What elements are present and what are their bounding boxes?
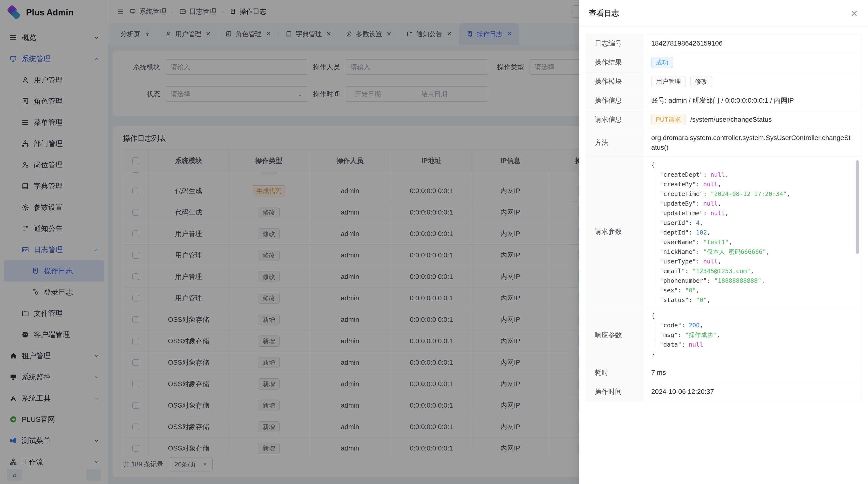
- detail-label: 操作结果: [586, 53, 643, 72]
- view-log-drawer: 查看日志 ✕ 日志编号1842781986426159106操作结果成功操作模块…: [579, 0, 868, 484]
- detail-value: PUT请求/system/user/changeStatus: [643, 110, 861, 129]
- detail-row: 操作时间2024-10-06 12:20:37: [586, 382, 861, 401]
- detail-row: 请求信息PUT请求/system/user/changeStatus: [586, 110, 861, 129]
- drawer-mask[interactable]: [0, 0, 580, 484]
- detail-value: 用户管理修改: [643, 72, 861, 91]
- detail-label: 操作模块: [586, 72, 643, 91]
- detail-label: 请求参数: [586, 156, 643, 307]
- detail-label: 方法: [586, 129, 643, 156]
- detail-value: 账号: admin / 研发部门 / 0:0:0:0:0:0:0:1 / 内网I…: [643, 91, 861, 110]
- detail-row: 日志编号1842781986426159106: [586, 34, 861, 53]
- json-code: {"createDept": null,"createBy": null,"cr…: [651, 160, 853, 303]
- detail-row: 响应参数{"code": 200,"msg": "操作成功","data": n…: [586, 307, 861, 363]
- log-detail-table: 日志编号1842781986426159106操作结果成功操作模块用户管理修改操…: [586, 34, 861, 401]
- detail-row: 方法org.dromara.system.controller.system.S…: [586, 129, 861, 156]
- close-icon[interactable]: ✕: [850, 9, 858, 19]
- module-tag: 用户管理: [651, 76, 685, 87]
- drawer-header: 查看日志: [579, 0, 868, 27]
- detail-label: 操作时间: [586, 382, 643, 401]
- result-tag: 成功: [651, 57, 673, 68]
- detail-value: 2024-10-06 12:20:37: [643, 382, 861, 401]
- detail-row: 耗时7 ms: [586, 363, 861, 382]
- json-scroll-area[interactable]: {"createDept": null,"createBy": null,"cr…: [651, 160, 853, 303]
- scrollbar-thumb[interactable]: [856, 160, 859, 254]
- drawer-title: 查看日志: [589, 8, 619, 18]
- request-method-tag: PUT请求: [651, 114, 685, 125]
- detail-value: 7 ms: [643, 363, 861, 382]
- detail-row: 操作模块用户管理修改: [586, 72, 861, 91]
- detail-value: 1842781986426159106: [643, 34, 861, 53]
- detail-value: {"createDept": null,"createBy": null,"cr…: [643, 156, 861, 307]
- detail-label: 请求信息: [586, 110, 643, 129]
- detail-value: org.dromara.system.controller.system.Sys…: [643, 129, 861, 156]
- json-code: {"code": 200,"msg": "操作成功","data": null}: [651, 311, 853, 359]
- detail-label: 响应参数: [586, 307, 643, 363]
- detail-label: 日志编号: [586, 34, 643, 53]
- request-url: /system/user/changeStatus: [690, 115, 772, 124]
- detail-row: 请求参数{"createDept": null,"createBy": null…: [586, 156, 861, 307]
- module-tag: 修改: [690, 76, 712, 87]
- detail-label: 耗时: [586, 363, 643, 382]
- detail-value: {"code": 200,"msg": "操作成功","data": null}: [643, 307, 861, 363]
- detail-row: 操作信息账号: admin / 研发部门 / 0:0:0:0:0:0:0:1 /…: [586, 91, 861, 110]
- detail-row: 操作结果成功: [586, 53, 861, 72]
- detail-value: 成功: [643, 53, 861, 72]
- detail-label: 操作信息: [586, 91, 643, 110]
